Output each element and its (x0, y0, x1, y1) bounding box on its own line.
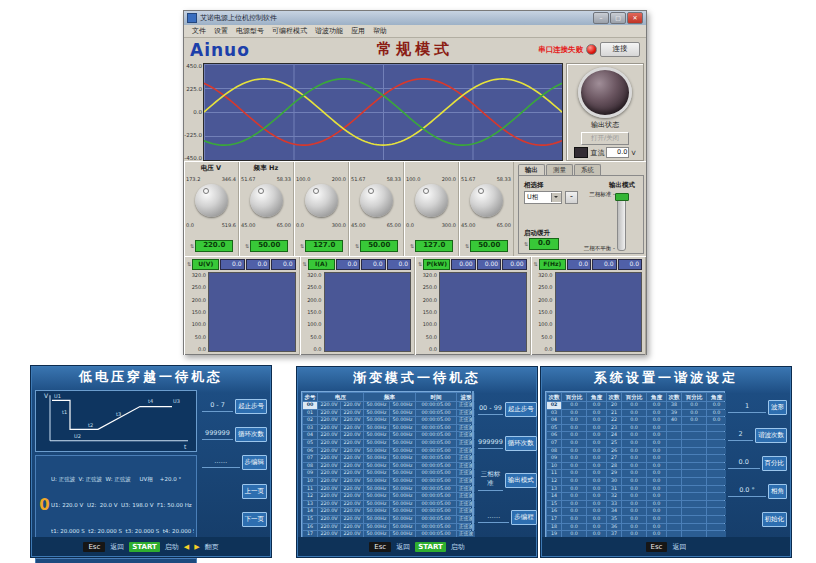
table-cell[interactable] (667, 470, 681, 477)
table-cell[interactable]: 50.00Hz (390, 478, 415, 485)
menu-item[interactable]: 谐波功能 (311, 26, 347, 36)
table-cell[interactable]: 39 (667, 410, 681, 417)
table-cell[interactable]: 0.0 (647, 410, 666, 417)
start-button[interactable]: START (415, 542, 446, 552)
table-cell[interactable] (707, 448, 726, 455)
menu-item[interactable]: 电源型号 (232, 26, 268, 36)
table-cell[interactable] (707, 470, 726, 477)
table-cell[interactable] (707, 463, 726, 470)
table-cell[interactable]: 00:00:05.00 (416, 508, 456, 515)
table-cell[interactable]: 220.0V (318, 508, 340, 515)
table-cell[interactable]: 0.0 (622, 486, 646, 493)
table-cell[interactable]: 22 (607, 417, 621, 424)
table-cell[interactable]: 220.0V (341, 417, 363, 424)
table-cell[interactable]: 0.0 (622, 508, 646, 515)
table-cell[interactable]: 0.0 (562, 508, 586, 515)
table-cell[interactable]: 26 (607, 448, 621, 455)
table-cell[interactable]: 07 (303, 455, 317, 462)
table-cell[interactable]: 23 (607, 425, 621, 432)
table-cell[interactable] (667, 440, 681, 447)
table-cell[interactable]: 00:00:05.00 (416, 448, 456, 455)
table-cell[interactable]: 0.0 (647, 425, 666, 432)
table-cell[interactable]: 00:00:05.00 (416, 440, 456, 447)
table-cell[interactable]: 50.00Hz (364, 508, 389, 515)
table-cell[interactable]: 0.0 (587, 410, 606, 417)
esc-button[interactable]: Esc (646, 542, 668, 552)
table-cell[interactable]: 00:00:05.00 (416, 455, 456, 462)
table-cell[interactable]: 00:00:05.00 (416, 516, 456, 523)
table-cell[interactable]: 11 (547, 470, 561, 477)
frequency-display[interactable]: 50.00 (470, 240, 508, 252)
table-cell[interactable] (682, 478, 706, 485)
table-cell[interactable]: 15 (547, 501, 561, 508)
table-cell[interactable]: 0.0 (587, 524, 606, 531)
table-cell[interactable] (682, 448, 706, 455)
close-icon[interactable]: ✕ (627, 12, 643, 24)
table-cell[interactable]: 220.0V (341, 493, 363, 500)
table-cell[interactable]: 50.00Hz (390, 524, 415, 531)
table-cell[interactable]: 10 (303, 478, 317, 485)
table-cell[interactable]: 0.0 (647, 493, 666, 500)
table-cell[interactable]: 00:00:05.00 (416, 524, 456, 531)
table-cell[interactable]: 0.0 (587, 455, 606, 462)
spinner-control[interactable]: ⇅ (303, 262, 307, 267)
table-cell[interactable]: 50.00Hz (390, 455, 415, 462)
table-cell[interactable]: 0.0 (562, 410, 586, 417)
table-cell[interactable] (667, 524, 681, 531)
table-cell[interactable]: 0.0 (622, 448, 646, 455)
table-cell[interactable]: 0.0 (622, 470, 646, 477)
table-cell[interactable]: 32 (607, 493, 621, 500)
table-cell[interactable]: 220.0V (341, 402, 363, 409)
table-cell[interactable] (682, 470, 706, 477)
loop-count-button[interactable]: 循环次数 (505, 436, 537, 451)
table-cell[interactable]: 0.0 (562, 402, 586, 409)
table-cell[interactable]: 0.0 (647, 478, 666, 485)
table-cell[interactable]: 00:00:05.00 (416, 463, 456, 470)
table-cell[interactable]: 50.00Hz (390, 516, 415, 523)
table-cell[interactable]: 0.0 (647, 440, 666, 447)
table-cell[interactable]: 220.0V (318, 478, 340, 485)
table-cell[interactable]: 50.00Hz (364, 470, 389, 477)
table-cell[interactable] (667, 425, 681, 432)
table-cell[interactable]: 50.00Hz (364, 410, 389, 417)
table-cell[interactable]: 00:00:05.00 (416, 417, 456, 424)
table-cell[interactable]: 00:00:05.00 (416, 432, 456, 439)
table-cell[interactable]: 00:00:05.00 (416, 410, 456, 417)
table-cell[interactable] (667, 432, 681, 439)
table-cell[interactable]: 50.00Hz (390, 501, 415, 508)
table-cell[interactable]: 220.0V (318, 402, 340, 409)
table-cell[interactable]: 34 (607, 508, 621, 515)
table-cell[interactable]: 0.0 (647, 486, 666, 493)
table-cell[interactable]: 0.0 (707, 402, 726, 409)
table-cell[interactable] (667, 508, 681, 515)
table-cell[interactable]: 0.0 (562, 524, 586, 531)
table-cell[interactable]: 0.0 (562, 448, 586, 455)
table-cell[interactable]: 00:00:05.00 (416, 470, 456, 477)
table-cell[interactable] (682, 455, 706, 462)
table-cell[interactable] (707, 432, 726, 439)
table-cell[interactable]: 220.0V (341, 425, 363, 432)
table-cell[interactable]: 220.0V (341, 410, 363, 417)
table-cell[interactable]: 18 (547, 524, 561, 531)
table-cell[interactable]: 24 (607, 432, 621, 439)
table-cell[interactable]: 50.00Hz (364, 463, 389, 470)
table-cell[interactable]: 38 (667, 402, 681, 409)
table-scrollbar[interactable] (472, 391, 474, 531)
table-cell[interactable]: 220.0V (341, 463, 363, 470)
table-cell[interactable] (667, 455, 681, 462)
table-cell[interactable]: 220.0V (341, 516, 363, 523)
table-cell[interactable]: 20 (607, 402, 621, 409)
menu-item[interactable]: 帮助 (369, 26, 391, 36)
table-cell[interactable]: 50.00Hz (364, 493, 389, 500)
table-cell[interactable]: 220.0V (318, 470, 340, 477)
menu-item[interactable]: 可编程模式 (268, 26, 311, 36)
table-cell[interactable]: 220.0V (318, 410, 340, 417)
table-cell[interactable] (682, 463, 706, 470)
table-cell[interactable]: 02 (303, 417, 317, 424)
table-cell[interactable]: 12 (547, 478, 561, 485)
table-cell[interactable] (667, 493, 681, 500)
table-cell[interactable]: 25 (607, 440, 621, 447)
table-cell[interactable]: 28 (607, 463, 621, 470)
table-cell[interactable]: 0.0 (622, 463, 646, 470)
table-cell[interactable]: 0.0 (562, 463, 586, 470)
